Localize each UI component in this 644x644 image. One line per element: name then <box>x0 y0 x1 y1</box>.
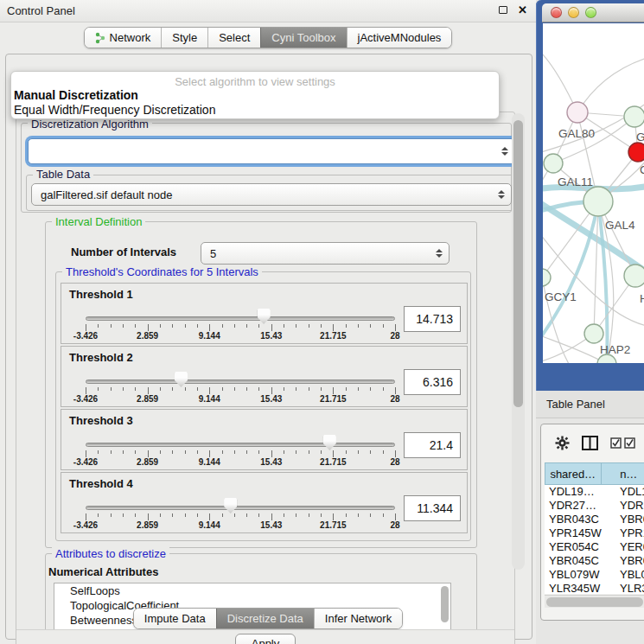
popup-item-equal-width-frequency[interactable]: Equal Width/Frequency Discretization <box>11 103 499 118</box>
slider-track[interactable] <box>86 506 395 510</box>
algorithm-combo[interactable] <box>28 138 515 164</box>
table-panel-titlebar: Table Panel <box>536 391 644 418</box>
thresholds-group-title: Threshold's Coordinates for 5 Intervals <box>62 265 262 278</box>
close-traffic-light[interactable] <box>551 7 562 18</box>
slider-handle-icon[interactable] <box>323 435 336 450</box>
tab-discretize-data[interactable]: Discretize Data <box>216 609 314 628</box>
node-label: GAL11 <box>558 175 593 188</box>
slider-track[interactable] <box>86 379 395 384</box>
table-data-group-title: Table Data <box>33 168 93 181</box>
table-data-combo[interactable]: galFiltered.sif default node <box>31 183 512 206</box>
network-node[interactable] <box>628 143 644 162</box>
tab-network[interactable]: Network <box>85 28 162 48</box>
cell-shared-name[interactable]: YER054C <box>545 540 614 554</box>
node-label: HAP2 <box>600 343 630 356</box>
threshold-value-field[interactable]: 6.316 <box>404 369 461 395</box>
numerical-attributes-label: Numerical Attributes <box>48 565 158 578</box>
network-window: GAL80GACGAL11GAL4GCY1HHAP2 <box>536 0 644 391</box>
tab-style[interactable]: Style <box>161 28 207 48</box>
slider-handle-icon[interactable] <box>224 498 237 513</box>
table-row[interactable]: YBL079WYBL0 <box>545 568 644 582</box>
cell-name[interactable]: YBL0 <box>614 568 644 582</box>
panel-scrollbar[interactable] <box>512 113 525 570</box>
table-hscrollbar[interactable] <box>545 595 644 608</box>
attribute-list-item[interactable]: SelfLoops <box>54 583 450 598</box>
threshold-row: Threshold 4-3.4262.8599.14415.4321.71528… <box>61 472 468 533</box>
network-canvas[interactable]: GAL80GACGAL11GAL4GCY1HHAP2 <box>543 23 644 363</box>
network-node[interactable] <box>584 324 603 343</box>
slider-track[interactable] <box>86 443 395 447</box>
cell-name[interactable]: YDR2 <box>614 499 644 513</box>
slider-handle-icon[interactable] <box>258 309 271 324</box>
network-node[interactable] <box>567 102 588 123</box>
cell-name[interactable]: YLR3 <box>614 582 644 594</box>
gear-icon[interactable] <box>555 436 570 450</box>
network-node[interactable] <box>624 106 644 127</box>
cell-name[interactable]: YBR0 <box>614 513 644 526</box>
popup-item-manual-discretization[interactable]: Manual Discretization <box>11 88 499 103</box>
threshold-row: Threshold 2-3.4262.8599.14415.4321.71528… <box>61 346 468 407</box>
network-node[interactable] <box>583 187 613 216</box>
cell-shared-name[interactable]: YBR045C <box>545 554 614 568</box>
scale-tick-label: 2.859 <box>137 520 158 530</box>
scale-tick-label: 9.144 <box>199 520 220 530</box>
columns-icon[interactable] <box>582 436 598 450</box>
select-columns-checkboxes-icon[interactable] <box>610 437 636 449</box>
table-row[interactable]: YBR045CYBR0 <box>545 554 644 568</box>
threshold-value-field[interactable]: 11.344 <box>404 495 461 521</box>
network-node[interactable] <box>624 265 644 287</box>
tab-infer-network[interactable]: Infer Network <box>314 609 402 628</box>
scale-tick-label: -3.426 <box>73 331 98 341</box>
cell-name[interactable]: YER0 <box>614 540 644 554</box>
table-row[interactable]: YPR145WYPR1 <box>545 526 644 540</box>
scale-tick-label: 28 <box>390 394 399 404</box>
num-intervals-combo[interactable]: 5 <box>201 242 450 265</box>
right-side-panel: GAL80GACGAL11GAL4GCY1HHAP2 Table Panel <box>536 0 644 644</box>
network-node[interactable] <box>543 269 551 286</box>
interval-group-title: Interval Definition <box>52 215 145 228</box>
node-label: GA <box>636 131 644 143</box>
slider-handle-icon[interactable] <box>175 372 188 387</box>
node-label: C <box>640 163 644 176</box>
scale-tick-label: 9.144 <box>199 331 220 341</box>
hscrollbar-thumb[interactable] <box>546 597 643 607</box>
slider-track[interactable] <box>86 316 395 321</box>
float-window-icon[interactable] <box>499 6 507 14</box>
slider-scale-labels: -3.4262.8599.14415.4321.71528 <box>86 457 395 468</box>
scrollbar-thumb[interactable] <box>513 120 523 407</box>
table-row[interactable]: YDL19…YDL1 <box>545 485 644 499</box>
network-node[interactable] <box>544 154 563 173</box>
tab-jactivemnodules[interactable]: jActiveMNodules <box>347 28 452 48</box>
table-row[interactable]: YBR043CYBR0 <box>545 513 644 526</box>
apply-button[interactable]: Apply <box>235 634 296 644</box>
scale-tick-label: 9.144 <box>199 394 220 404</box>
table-row[interactable]: YDR27…YDR2 <box>545 499 644 513</box>
cell-name[interactable]: YPR1 <box>614 526 644 540</box>
cell-shared-name[interactable]: YPR145W <box>545 526 614 540</box>
tab-cyni-toolbox[interactable]: Cyni Toolbox <box>260 28 346 48</box>
zoom-traffic-light[interactable] <box>585 7 596 18</box>
cell-shared-name[interactable]: YBL079W <box>545 568 614 582</box>
node-table-widget: shared… n… YDL19…YDL1YDR27…YDR2YBR043CYB… <box>540 424 644 621</box>
tab-impute-data[interactable]: Impute Data <box>134 609 216 628</box>
cell-shared-name[interactable]: YDR27… <box>545 499 614 513</box>
cell-shared-name[interactable]: YBR043C <box>545 513 614 526</box>
scale-tick-label: 2.859 <box>137 394 158 404</box>
table-toolbar <box>541 424 644 461</box>
threshold-value-field[interactable]: 21.4 <box>404 432 461 458</box>
network-edge[interactable] <box>577 58 644 112</box>
cell-name[interactable]: YBR0 <box>614 554 644 568</box>
cell-shared-name[interactable]: YDL19… <box>545 485 614 499</box>
cell-shared-name[interactable]: YLR345W <box>545 582 614 594</box>
tab-select[interactable]: Select <box>207 28 260 48</box>
minimize-traffic-light[interactable] <box>568 7 579 18</box>
cell-name[interactable]: YDL1 <box>614 485 644 499</box>
threshold-value-field[interactable]: 14.713 <box>404 306 461 332</box>
close-icon[interactable]: ✕ <box>518 4 527 16</box>
column-header-shared-name[interactable]: shared… <box>545 462 602 485</box>
control-panel-title: Control Panel <box>7 4 75 17</box>
table-row[interactable]: YER054CYER0 <box>545 540 644 554</box>
table-header-row: shared… n… <box>545 462 644 485</box>
column-header-name[interactable]: n… <box>602 462 644 485</box>
table-row[interactable]: YLR345WYLR3 <box>545 582 644 594</box>
